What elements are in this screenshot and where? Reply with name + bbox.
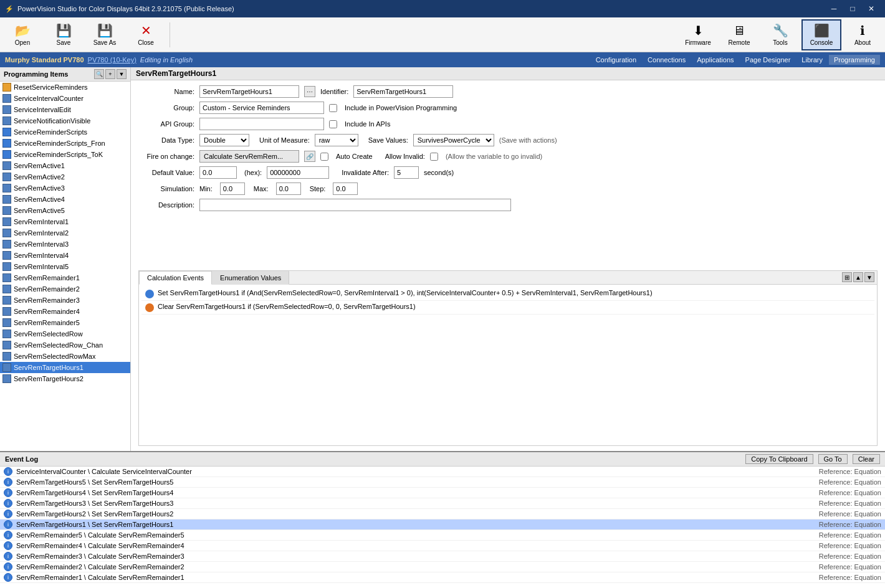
sidebar-item[interactable]: ServRemInterval1 xyxy=(0,216,130,227)
tab-down-button[interactable]: ▼ xyxy=(864,272,874,282)
menu-applications[interactable]: Applications xyxy=(692,55,739,65)
max-input[interactable] xyxy=(276,183,301,195)
sidebar-add-button[interactable]: + xyxy=(105,69,115,79)
copy-to-clipboard-button[interactable]: Copy To Clipboard xyxy=(745,454,813,464)
close-button[interactable]: ✕ Close xyxy=(126,19,166,50)
tools-button[interactable]: 🔧 Tools xyxy=(760,19,800,50)
sidebar-item[interactable]: ServRemRemainder2 xyxy=(0,283,130,295)
group-input[interactable] xyxy=(199,102,324,114)
sidebar-item[interactable]: ServiceNotificationVisible xyxy=(0,115,130,126)
menu-library[interactable]: Library xyxy=(796,55,828,65)
identifier-label: Identifier: xyxy=(320,88,348,95)
sidebar-item[interactable]: ServRemInterval2 xyxy=(0,227,130,239)
console-button[interactable]: ⬛ Console xyxy=(801,19,841,50)
event-text: ServRemTargetHours5 \ Set ServRemTargetH… xyxy=(16,478,815,486)
fire-on-change-icon-btn[interactable]: 🔗 xyxy=(304,151,315,162)
tab-add-button[interactable]: ⊞ xyxy=(842,272,852,282)
description-input[interactable] xyxy=(199,199,511,211)
include-apis-checkbox[interactable] xyxy=(329,120,337,128)
sidebar-item[interactable]: ServRemTargetHours1 xyxy=(0,362,130,373)
sidebar-menu-button[interactable]: ▼ xyxy=(117,69,127,79)
sidebar-item[interactable]: ServRemRemainder5 xyxy=(0,317,130,328)
hex-input[interactable] xyxy=(267,166,329,179)
sidebar-item[interactable]: ServiceIntervalCounter xyxy=(0,93,130,104)
api-group-input[interactable] xyxy=(199,118,324,130)
event-log-row[interactable]: iServRemRemainder4 \ Calculate ServRemRe… xyxy=(0,541,885,551)
sidebar-item[interactable]: ServiceReminderScripts_Fron xyxy=(0,138,130,149)
sidebar-item[interactable]: ServRemActive5 xyxy=(0,205,130,216)
sidebar-search-button[interactable]: 🔍 xyxy=(94,69,104,79)
sidebar-item[interactable]: ServRemTargetHours2 xyxy=(0,373,130,384)
sidebar-item[interactable]: ServRemSelectedRow_Chan xyxy=(0,339,130,351)
event-log-row[interactable]: iServRemTargetHours5 \ Set ServRemTarget… xyxy=(0,477,885,488)
firmware-button[interactable]: ⬇ Firmware xyxy=(678,19,718,50)
include-powervision-checkbox[interactable] xyxy=(329,104,337,112)
allow-invalid-checkbox[interactable] xyxy=(430,153,438,161)
tab-enumeration-values[interactable]: Enumeration Values xyxy=(212,271,289,285)
sidebar-item[interactable]: ResetServiceReminders xyxy=(0,82,130,93)
identifier-input[interactable] xyxy=(353,85,453,98)
event-log-row[interactable]: iServRemRemainder2 \ Calculate ServRemRe… xyxy=(0,562,885,572)
sidebar-item[interactable]: ServRemInterval5 xyxy=(0,261,130,272)
calc-event-row[interactable]: Clear ServRemTargetHours1 if (ServRemSel… xyxy=(141,301,874,315)
device-link[interactable]: PV780 (10-Key) xyxy=(88,56,136,64)
menu-programming[interactable]: Programming xyxy=(829,55,880,65)
sidebar-item[interactable]: ServRemActive3 xyxy=(0,183,130,194)
sidebar-item[interactable]: ServRemSelectedRow xyxy=(0,328,130,339)
sidebar-item[interactable]: ServRemRemainder3 xyxy=(0,295,130,306)
event-reference: Reference: Equation xyxy=(819,510,881,518)
sidebar-item[interactable]: ServiceReminderScripts_ToK xyxy=(0,149,130,160)
tab-calculation-events[interactable]: Calculation Events xyxy=(139,271,212,285)
sidebar-item-icon xyxy=(2,296,11,305)
event-log-row[interactable]: iServRemTargetHours1 \ Set ServRemTarget… xyxy=(0,519,885,530)
step-input[interactable] xyxy=(333,183,358,195)
auto-create-checkbox[interactable] xyxy=(320,153,328,161)
minimize-button[interactable]: ─ xyxy=(825,2,843,15)
event-log-row[interactable]: iServiceIntervalCounter \ Calculate Serv… xyxy=(0,467,885,477)
unit-of-measure-select[interactable]: raw xyxy=(315,134,358,146)
datatype-select[interactable]: Double xyxy=(199,134,249,146)
name-browse-button[interactable]: ⋯ xyxy=(304,86,315,97)
name-input[interactable] xyxy=(199,85,299,98)
close-window-button[interactable]: ✕ xyxy=(863,2,880,15)
open-button[interactable]: 📂 Open xyxy=(2,19,42,50)
fire-on-change-button[interactable]: Calculate ServRemRem... xyxy=(199,150,299,163)
sidebar-item[interactable]: ServRemSelectedRowMax xyxy=(0,351,130,362)
event-log-row[interactable]: iServRemTargetHours2 \ Set ServRemTarget… xyxy=(0,509,885,519)
event-log-row[interactable]: iServRemTargetHours3 \ Set ServRemTarget… xyxy=(0,498,885,509)
clear-button[interactable]: Clear xyxy=(853,454,880,464)
go-to-button[interactable]: Go To xyxy=(818,454,848,464)
save-button[interactable]: 💾 Save xyxy=(44,19,84,50)
save-as-button[interactable]: 💾 Save As xyxy=(85,19,125,50)
sidebar-item[interactable]: ServRemActive4 xyxy=(0,194,130,205)
sidebar-item[interactable]: ServiceIntervalEdit xyxy=(0,104,130,115)
event-log-row[interactable]: iServRemTargetHours4 \ Set ServRemTarget… xyxy=(0,488,885,498)
event-log-row[interactable]: iServRemRemainder1 \ Calculate ServRemRe… xyxy=(0,572,885,583)
menu-connections[interactable]: Connections xyxy=(643,55,691,65)
sidebar-item[interactable]: ServRemInterval4 xyxy=(0,250,130,261)
default-value-input[interactable] xyxy=(199,166,237,179)
min-input[interactable] xyxy=(220,183,245,195)
description-row: Description: xyxy=(138,199,878,211)
sidebar-item[interactable]: ServRemActive2 xyxy=(0,171,130,183)
sidebar-item-icon xyxy=(2,94,11,103)
sidebar-item[interactable]: ServiceReminderScripts xyxy=(0,126,130,138)
sidebar-item[interactable]: ServRemInterval3 xyxy=(0,239,130,250)
sidebar-item[interactable]: ServRemRemainder1 xyxy=(0,272,130,283)
menu-configuration[interactable]: Configuration xyxy=(591,55,641,65)
event-log-row[interactable]: iServRemRemainder5 \ Calculate ServRemRe… xyxy=(0,530,885,541)
tab-up-button[interactable]: ▲ xyxy=(853,272,863,282)
menu-page-designer[interactable]: Page Designer xyxy=(740,55,796,65)
sidebar-item-label: ServRemTargetHours2 xyxy=(14,375,84,382)
sidebar-item[interactable]: ServRemRemainder4 xyxy=(0,306,130,317)
save-values-select[interactable]: SurvivesPowerCycle xyxy=(413,134,494,146)
tabs-container: Calculation Events Enumeration Values ⊞ … xyxy=(138,270,878,447)
sidebar-item-icon xyxy=(2,229,11,237)
maximize-button[interactable]: □ xyxy=(844,2,861,15)
calc-event-row[interactable]: Set ServRemTargetHours1 if (And(ServRemS… xyxy=(141,287,874,301)
sidebar-item[interactable]: ServRemActive1 xyxy=(0,160,130,171)
event-log-row[interactable]: iServRemRemainder3 \ Calculate ServRemRe… xyxy=(0,551,885,562)
remote-button[interactable]: 🖥 Remote xyxy=(719,19,759,50)
about-button[interactable]: ℹ About xyxy=(843,19,883,50)
invalidate-after-input[interactable] xyxy=(394,166,419,179)
